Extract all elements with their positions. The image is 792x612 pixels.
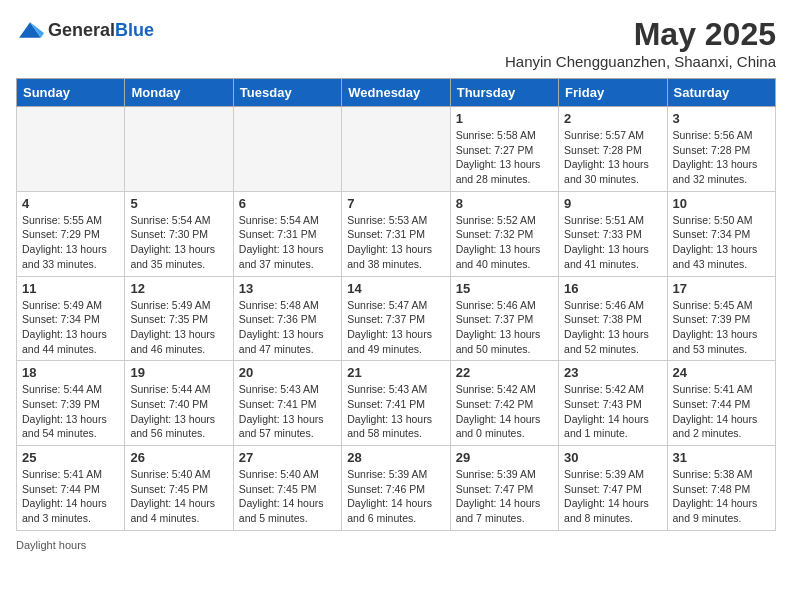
day-number: 29 [456,450,553,465]
day-number: 23 [564,365,661,380]
day-info: Sunrise: 5:40 AMSunset: 7:45 PMDaylight:… [130,467,227,526]
day-info: Sunrise: 5:53 AMSunset: 7:31 PMDaylight:… [347,213,444,272]
day-number: 15 [456,281,553,296]
day-number: 2 [564,111,661,126]
title-block: May 2025 Hanyin Chengguanzhen, Shaanxi, … [505,16,776,70]
calendar-day-cell: 4Sunrise: 5:55 AMSunset: 7:29 PMDaylight… [17,191,125,276]
calendar-day-cell: 27Sunrise: 5:40 AMSunset: 7:45 PMDayligh… [233,446,341,531]
day-info: Sunrise: 5:49 AMSunset: 7:35 PMDaylight:… [130,298,227,357]
calendar-week-row: 4Sunrise: 5:55 AMSunset: 7:29 PMDaylight… [17,191,776,276]
calendar-day-cell: 21Sunrise: 5:43 AMSunset: 7:41 PMDayligh… [342,361,450,446]
calendar-table: SundayMondayTuesdayWednesdayThursdayFrid… [16,78,776,531]
calendar-day-cell: 10Sunrise: 5:50 AMSunset: 7:34 PMDayligh… [667,191,775,276]
calendar-day-cell: 17Sunrise: 5:45 AMSunset: 7:39 PMDayligh… [667,276,775,361]
calendar-day-cell [342,107,450,192]
weekday-header: Monday [125,79,233,107]
calendar-day-cell: 1Sunrise: 5:58 AMSunset: 7:27 PMDaylight… [450,107,558,192]
calendar-day-cell: 24Sunrise: 5:41 AMSunset: 7:44 PMDayligh… [667,361,775,446]
day-number: 25 [22,450,119,465]
calendar-day-cell: 8Sunrise: 5:52 AMSunset: 7:32 PMDaylight… [450,191,558,276]
calendar-day-cell: 3Sunrise: 5:56 AMSunset: 7:28 PMDaylight… [667,107,775,192]
calendar-day-cell: 28Sunrise: 5:39 AMSunset: 7:46 PMDayligh… [342,446,450,531]
day-info: Sunrise: 5:39 AMSunset: 7:47 PMDaylight:… [564,467,661,526]
calendar-day-cell: 11Sunrise: 5:49 AMSunset: 7:34 PMDayligh… [17,276,125,361]
day-info: Sunrise: 5:58 AMSunset: 7:27 PMDaylight:… [456,128,553,187]
day-number: 11 [22,281,119,296]
calendar-day-cell: 31Sunrise: 5:38 AMSunset: 7:48 PMDayligh… [667,446,775,531]
location-title: Hanyin Chengguanzhen, Shaanxi, China [505,53,776,70]
day-info: Sunrise: 5:57 AMSunset: 7:28 PMDaylight:… [564,128,661,187]
calendar-day-cell: 7Sunrise: 5:53 AMSunset: 7:31 PMDaylight… [342,191,450,276]
calendar-day-cell: 30Sunrise: 5:39 AMSunset: 7:47 PMDayligh… [559,446,667,531]
day-info: Sunrise: 5:50 AMSunset: 7:34 PMDaylight:… [673,213,770,272]
calendar-day-cell [125,107,233,192]
day-info: Sunrise: 5:48 AMSunset: 7:36 PMDaylight:… [239,298,336,357]
day-info: Sunrise: 5:54 AMSunset: 7:30 PMDaylight:… [130,213,227,272]
day-info: Sunrise: 5:43 AMSunset: 7:41 PMDaylight:… [239,382,336,441]
calendar-day-cell: 13Sunrise: 5:48 AMSunset: 7:36 PMDayligh… [233,276,341,361]
day-info: Sunrise: 5:40 AMSunset: 7:45 PMDaylight:… [239,467,336,526]
day-number: 14 [347,281,444,296]
day-number: 13 [239,281,336,296]
calendar-day-cell: 9Sunrise: 5:51 AMSunset: 7:33 PMDaylight… [559,191,667,276]
day-number: 10 [673,196,770,211]
day-info: Sunrise: 5:49 AMSunset: 7:34 PMDaylight:… [22,298,119,357]
calendar-day-cell: 15Sunrise: 5:46 AMSunset: 7:37 PMDayligh… [450,276,558,361]
logo-blue-text: Blue [115,20,154,40]
day-number: 24 [673,365,770,380]
day-info: Sunrise: 5:51 AMSunset: 7:33 PMDaylight:… [564,213,661,272]
weekday-header: Tuesday [233,79,341,107]
day-info: Sunrise: 5:44 AMSunset: 7:39 PMDaylight:… [22,382,119,441]
calendar-day-cell: 12Sunrise: 5:49 AMSunset: 7:35 PMDayligh… [125,276,233,361]
day-number: 7 [347,196,444,211]
day-number: 27 [239,450,336,465]
day-number: 9 [564,196,661,211]
month-title: May 2025 [505,16,776,53]
day-number: 30 [564,450,661,465]
calendar-day-cell: 16Sunrise: 5:46 AMSunset: 7:38 PMDayligh… [559,276,667,361]
day-info: Sunrise: 5:39 AMSunset: 7:46 PMDaylight:… [347,467,444,526]
calendar-day-cell: 6Sunrise: 5:54 AMSunset: 7:31 PMDaylight… [233,191,341,276]
calendar-day-cell: 23Sunrise: 5:42 AMSunset: 7:43 PMDayligh… [559,361,667,446]
day-info: Sunrise: 5:44 AMSunset: 7:40 PMDaylight:… [130,382,227,441]
calendar-day-cell: 25Sunrise: 5:41 AMSunset: 7:44 PMDayligh… [17,446,125,531]
day-number: 12 [130,281,227,296]
day-number: 22 [456,365,553,380]
day-number: 17 [673,281,770,296]
weekday-header: Thursday [450,79,558,107]
day-info: Sunrise: 5:43 AMSunset: 7:41 PMDaylight:… [347,382,444,441]
calendar-day-cell: 19Sunrise: 5:44 AMSunset: 7:40 PMDayligh… [125,361,233,446]
day-info: Sunrise: 5:41 AMSunset: 7:44 PMDaylight:… [673,382,770,441]
day-info: Sunrise: 5:42 AMSunset: 7:43 PMDaylight:… [564,382,661,441]
day-info: Sunrise: 5:38 AMSunset: 7:48 PMDaylight:… [673,467,770,526]
day-number: 16 [564,281,661,296]
day-number: 28 [347,450,444,465]
calendar-day-cell: 14Sunrise: 5:47 AMSunset: 7:37 PMDayligh… [342,276,450,361]
calendar-day-cell [233,107,341,192]
day-number: 5 [130,196,227,211]
day-number: 3 [673,111,770,126]
day-number: 6 [239,196,336,211]
day-number: 1 [456,111,553,126]
day-number: 4 [22,196,119,211]
day-info: Sunrise: 5:39 AMSunset: 7:47 PMDaylight:… [456,467,553,526]
day-info: Sunrise: 5:54 AMSunset: 7:31 PMDaylight:… [239,213,336,272]
weekday-header: Wednesday [342,79,450,107]
weekday-header: Sunday [17,79,125,107]
calendar-day-cell: 29Sunrise: 5:39 AMSunset: 7:47 PMDayligh… [450,446,558,531]
day-info: Sunrise: 5:46 AMSunset: 7:37 PMDaylight:… [456,298,553,357]
calendar-week-row: 25Sunrise: 5:41 AMSunset: 7:44 PMDayligh… [17,446,776,531]
day-number: 31 [673,450,770,465]
day-number: 18 [22,365,119,380]
day-number: 20 [239,365,336,380]
calendar-day-cell: 26Sunrise: 5:40 AMSunset: 7:45 PMDayligh… [125,446,233,531]
calendar-day-cell: 2Sunrise: 5:57 AMSunset: 7:28 PMDaylight… [559,107,667,192]
calendar-day-cell: 20Sunrise: 5:43 AMSunset: 7:41 PMDayligh… [233,361,341,446]
day-number: 21 [347,365,444,380]
day-number: 8 [456,196,553,211]
day-info: Sunrise: 5:42 AMSunset: 7:42 PMDaylight:… [456,382,553,441]
calendar-week-row: 1Sunrise: 5:58 AMSunset: 7:27 PMDaylight… [17,107,776,192]
calendar-day-cell: 18Sunrise: 5:44 AMSunset: 7:39 PMDayligh… [17,361,125,446]
calendar-day-cell [17,107,125,192]
weekday-header: Friday [559,79,667,107]
